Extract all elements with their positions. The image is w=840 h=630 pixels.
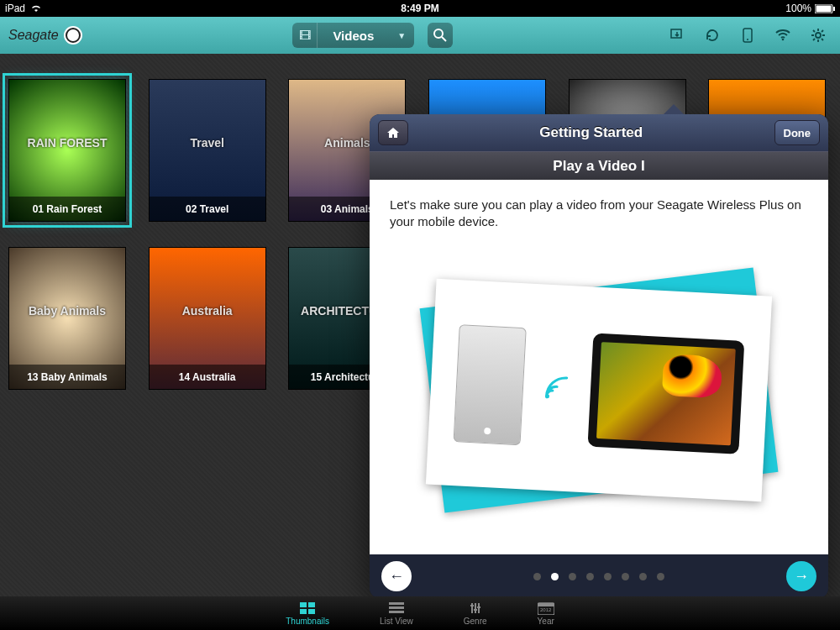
thumbnail-overlay: Baby Animals [9,304,125,318]
thumbnail-overlay: Australia [150,304,265,318]
home-button[interactable] [378,120,408,145]
svg-rect-22 [474,609,477,611]
done-label: Done [784,127,811,139]
refresh-button[interactable] [699,23,726,48]
svg-rect-11 [300,602,307,607]
svg-rect-2 [833,7,835,11]
download-button[interactable] [664,23,690,48]
svg-point-9 [816,33,821,38]
svg-rect-15 [389,602,404,605]
svg-rect-14 [308,609,315,614]
page-dot[interactable] [639,573,647,580]
thumbnail-item[interactable]: Australia14 Australia [149,247,266,390]
page-dot[interactable] [569,573,576,580]
clock-label: 8:49 PM [281,3,558,14]
film-icon: 🎞 [292,23,318,48]
tab-year[interactable]: 2012 Year [538,601,554,626]
tab-genre[interactable]: Genre [464,601,487,626]
svg-rect-13 [300,609,307,614]
brand-logo: Seagate [8,26,82,45]
popover-header: Getting Started Done [370,114,828,151]
thumbnail-caption: 14 Australia [149,365,266,390]
page-dot[interactable] [551,573,559,580]
page-dot[interactable] [657,573,664,580]
prev-button[interactable]: ← [381,561,412,591]
category-dropdown[interactable]: 🎞 Videos ▼ [292,23,414,48]
svg-rect-16 [389,606,404,609]
thumbnail-overlay: RAIN FOREST [9,136,125,150]
app-header: Seagate 🎞 Videos ▼ [0,17,840,54]
wireless-icon [539,370,575,406]
sliders-icon [467,601,484,615]
done-button[interactable]: Done [774,120,821,145]
ios-status-bar: iPad 8:49 PM 100% [0,0,840,17]
svg-rect-12 [308,602,315,607]
popover-pointer [664,104,684,114]
search-icon [433,29,447,42]
wifi-status-icon [30,4,42,13]
tab-label: Year [538,617,554,626]
tab-thumbnails[interactable]: Thumbnails [286,601,329,626]
search-button[interactable] [428,23,453,48]
svg-point-7 [747,39,748,40]
thumbnail-item[interactable]: RAIN FOREST01 Rain Forest [8,79,126,222]
tab-label: Thumbnails [286,617,329,626]
svg-rect-1 [816,5,831,12]
list-icon [388,601,405,615]
svg-rect-23 [477,606,480,608]
page-dots [420,573,778,580]
svg-rect-18 [471,603,473,613]
thumbnail-overlay: Travel [150,136,265,150]
popover-illustration [390,244,808,538]
hard-drive-icon [454,324,527,445]
svg-point-3 [434,29,443,38]
thumbnail-item[interactable]: Travel02 Travel [149,79,266,222]
svg-rect-17 [389,611,404,613]
seagate-logo-icon [64,26,82,45]
device-button[interactable] [734,23,761,48]
bottom-tab-bar: Thumbnails List View Genre 2012 Year [0,596,840,630]
arrow-left-icon: ← [389,568,404,585]
battery-icon [815,4,835,13]
thumbnail-caption: 02 Travel [149,197,266,222]
wifi-icon [775,29,790,41]
phone-icon [743,28,753,43]
popover-subtitle: Play a Video I [370,151,828,180]
illustration-card-front [426,279,772,502]
svg-line-4 [442,37,446,41]
thumbnail-item[interactable]: Baby Animals13 Baby Animals [8,247,126,390]
page-dot[interactable] [586,573,594,580]
content-area: RAIN FOREST01 Rain ForestTravel02 Travel… [0,54,840,596]
popover-text: Let's make sure you can play a video fro… [390,197,808,231]
getting-started-popover: Getting Started Done Play a Video I Let'… [370,114,828,596]
page-dot[interactable] [533,573,541,580]
next-button[interactable]: → [786,561,816,591]
popover-body: Let's make sure you can play a video fro… [370,180,828,554]
refresh-icon [705,28,720,43]
tab-list-view[interactable]: List View [380,601,413,626]
download-icon [669,28,685,43]
gear-icon [811,28,826,43]
wifi-button[interactable] [769,23,796,48]
page-dot[interactable] [604,573,612,580]
brand-name: Seagate [8,28,59,43]
home-icon [386,127,400,139]
svg-point-8 [782,39,785,41]
grid-icon [299,601,316,615]
ipad-icon [587,333,744,454]
category-label: Videos [318,29,389,43]
svg-rect-21 [470,605,474,606]
popover-title: Getting Started [408,124,774,141]
tab-label: List View [380,617,413,626]
chevron-down-icon: ▼ [389,31,414,40]
svg-rect-5 [671,29,681,38]
svg-rect-19 [475,603,476,613]
thumbnail-caption: 01 Rain Forest [8,197,126,222]
settings-button[interactable] [805,23,832,48]
carrier-label: iPad [5,3,25,14]
arrow-right-icon: → [794,568,809,585]
page-dot[interactable] [622,573,629,580]
calendar-icon: 2012 [538,601,554,615]
svg-point-10 [545,394,549,398]
tab-label: Genre [464,617,487,626]
